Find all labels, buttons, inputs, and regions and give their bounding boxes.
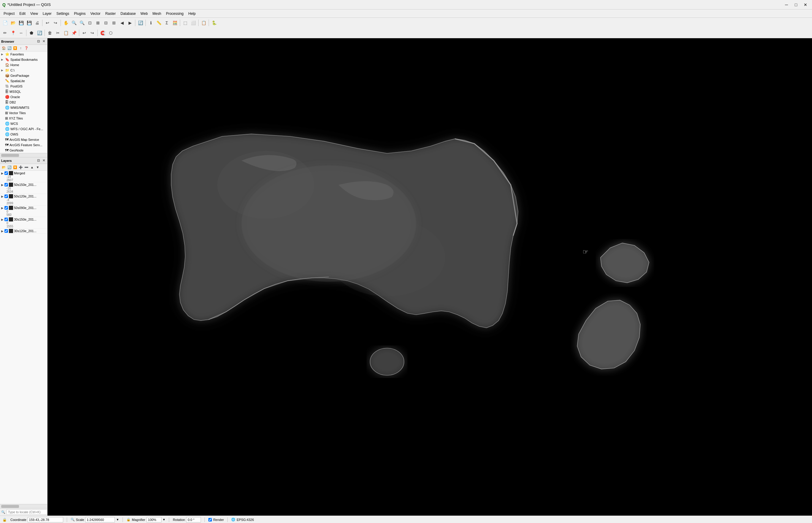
close-button[interactable]: ✕ (801, 1, 810, 8)
minimize-button[interactable]: ─ (782, 1, 791, 8)
tree-favorites[interactable]: ▶ ⭐ Favorites (0, 52, 47, 57)
layers-add-btn[interactable]: ➕ (18, 165, 23, 170)
tree-xyz-tiles[interactable]: ⊞ XYZ Tiles (0, 115, 47, 121)
layer-check-50s090e[interactable] (4, 206, 8, 210)
layers-close-icon[interactable]: ✕ (41, 158, 46, 163)
menu-mesh[interactable]: Mesh (150, 11, 163, 17)
layers-up-btn[interactable]: ▲ (29, 165, 35, 170)
open-project-btn[interactable]: 📂 (9, 19, 17, 27)
layer-item-50s150e[interactable]: ▶ 50s150e_201... -16 2634 (0, 182, 47, 194)
undo-btn[interactable]: ↩ (44, 19, 51, 27)
zoom-selection-btn[interactable]: ⊠ (94, 19, 102, 27)
move-btn[interactable]: ↔ (17, 29, 25, 37)
vertex-btn[interactable]: ⬟ (28, 29, 35, 37)
menu-database[interactable]: Database (118, 11, 138, 17)
print-btn[interactable]: 🖨 (33, 19, 41, 27)
tree-geopackage[interactable]: 📦 GeoPackage (0, 73, 47, 78)
zoom-in-btn[interactable]: 🔍 (70, 19, 78, 27)
browser-collapse-btn[interactable]: ↑ (18, 46, 23, 51)
zoom-prev-btn[interactable]: ◀ (118, 19, 126, 27)
layers-refresh-btn[interactable]: 🔄 (7, 165, 12, 170)
zoom-native-btn[interactable]: ⊞ (110, 19, 118, 27)
scale-input[interactable] (85, 517, 115, 522)
layers-open-btn[interactable]: 📂 (1, 165, 6, 170)
tree-geonode[interactable]: 🗺 GeoNode (0, 148, 47, 153)
edit-btn[interactable]: ✏ (1, 29, 9, 37)
layer-item-30s150e[interactable]: ▶ 30s150e_201... 0 1555 (0, 217, 47, 229)
zoom-layer-btn[interactable]: ⊟ (102, 19, 110, 27)
tree-spatialite[interactable]: ✏️ SpatiaLite (0, 78, 47, 84)
menu-raster[interactable]: Raster (103, 11, 118, 17)
digitize2-btn[interactable]: ⬡ (107, 29, 115, 37)
browser-help-btn[interactable]: ❓ (24, 46, 29, 51)
delete-btn[interactable]: 🗑 (46, 29, 54, 37)
magnifier-input[interactable] (146, 517, 161, 522)
layer-item-50s090e[interactable]: ▶ 50s090e_201... 0 560 (0, 205, 47, 217)
tree-arcgis-feature[interactable]: 🗺 ArcGIS Feature Serv... (0, 142, 47, 148)
coordinate-input[interactable] (28, 517, 63, 522)
measure-btn[interactable]: 📏 (155, 19, 162, 27)
tree-postgis[interactable]: 🐘 PostGIS (0, 84, 47, 89)
open-attribute-btn[interactable]: 📋 (200, 19, 207, 27)
browser-hscroll[interactable] (0, 153, 47, 157)
layers-hscroll[interactable] (0, 504, 47, 508)
tree-wfs[interactable]: 🌐 WFS / OGC API - Fe... (0, 126, 47, 132)
select-btn[interactable]: ⬚ (182, 19, 189, 27)
browser-hthumb[interactable] (1, 154, 19, 157)
layer-check-30s150e[interactable] (4, 218, 8, 221)
browser-float-icon[interactable]: ⊡ (36, 39, 41, 44)
digitize-btn[interactable]: 📍 (9, 29, 17, 37)
zoom-next-btn[interactable]: ▶ (126, 19, 134, 27)
browser-close-icon[interactable]: ✕ (41, 39, 46, 44)
menu-plugins[interactable]: Plugins (71, 11, 88, 17)
menu-processing[interactable]: Processing (163, 11, 186, 17)
save-as-btn[interactable]: 💾 (25, 19, 33, 27)
deselect-btn[interactable]: ⬜ (189, 19, 197, 27)
paste-btn[interactable]: 📌 (70, 29, 78, 37)
menu-project[interactable]: Project (1, 11, 17, 17)
snap-btn[interactable]: 🧲 (99, 29, 106, 37)
layers-down-btn[interactable]: ▼ (35, 165, 40, 170)
layer-check-50s150e[interactable] (4, 183, 8, 186)
save-project-btn[interactable]: 💾 (17, 19, 25, 27)
layers-hthumb[interactable] (1, 505, 19, 508)
cut-btn[interactable]: ✂ (54, 29, 62, 37)
tree-vector-tiles[interactable]: ⊞ Vector Tiles (0, 110, 47, 115)
layer-check-30s120e[interactable] (4, 229, 8, 233)
menu-vector[interactable]: Vector (88, 11, 103, 17)
tree-db2[interactable]: 🗄 DB2 (0, 100, 47, 105)
locate-input[interactable] (6, 509, 48, 515)
rotate-btn[interactable]: 🔄 (36, 29, 43, 37)
menu-web[interactable]: Web (138, 11, 150, 17)
zoom-out-btn[interactable]: 🔍 (78, 19, 86, 27)
maximize-button[interactable]: □ (792, 1, 800, 8)
refresh-btn[interactable]: 🔄 (137, 19, 144, 27)
layer-check-50s120e[interactable] (4, 195, 8, 198)
tree-mssql[interactable]: 🗄 MSSQL (0, 89, 47, 94)
tree-home[interactable]: 🏠 Home (0, 62, 47, 68)
scale-dropdown-icon[interactable]: ▼ (116, 518, 119, 521)
python-btn[interactable]: 🐍 (210, 19, 218, 27)
tree-spatial-bookmarks[interactable]: ▶ 🔖 Spatial Bookmarks (0, 57, 47, 62)
layer-item-50s120e[interactable]: ▶ 50s120e_201... -4 2099 (0, 194, 47, 205)
menu-edit[interactable]: Edit (17, 11, 28, 17)
tree-c-drive[interactable]: ▶ 📁 C:\ (0, 68, 47, 73)
field-calc-btn[interactable]: 🧮 (171, 19, 179, 27)
pan-btn[interactable]: ✋ (62, 19, 70, 27)
render-checkbox[interactable] (208, 518, 212, 522)
menu-view[interactable]: View (28, 11, 40, 17)
identify-btn[interactable]: ℹ (147, 19, 155, 27)
tree-ows[interactable]: 🌐 OWS (0, 132, 47, 137)
layer-item-merged[interactable]: ▶ Merged -14 2607 (0, 171, 47, 182)
redo-btn[interactable]: ↪ (52, 19, 59, 27)
browser-home-btn[interactable]: 🏠 (1, 46, 6, 51)
menu-settings[interactable]: Settings (54, 11, 71, 17)
statistics-btn[interactable]: Σ (163, 19, 171, 27)
tree-wcs[interactable]: 🌐 WCS (0, 121, 47, 126)
magnifier-dropdown-icon[interactable]: ▼ (162, 518, 166, 521)
undo2-btn[interactable]: ↩ (81, 29, 88, 37)
menu-help[interactable]: Help (186, 11, 198, 17)
layers-remove-btn[interactable]: ➖ (24, 165, 29, 170)
menu-layer[interactable]: Layer (40, 11, 54, 17)
rotation-input[interactable] (186, 517, 201, 522)
